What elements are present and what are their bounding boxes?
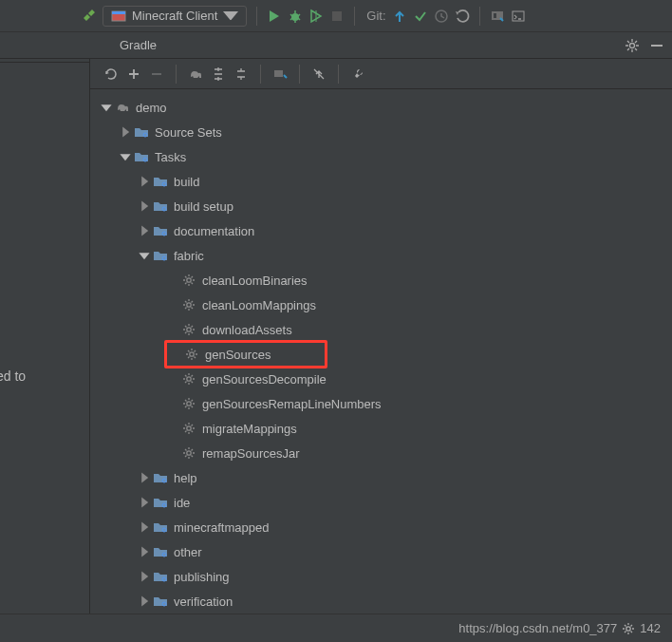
svg-rect-16 [651, 45, 663, 47]
task-label: downloadAssets [202, 323, 292, 337]
gear-icon [181, 396, 196, 411]
tree-node-ide[interactable]: ide [90, 490, 672, 515]
tree-node-documentation[interactable]: documentation [90, 218, 672, 243]
gear-icon[interactable] [625, 38, 640, 53]
elephant-icon[interactable] [188, 66, 203, 82]
toolbar-divider [299, 65, 300, 84]
folder-gear-icon [153, 470, 168, 485]
watermark-url-left: https://blog.csdn.net/m0_377 [458, 621, 617, 635]
expand-arrow-right-icon[interactable] [138, 520, 151, 534]
collapse-all-icon[interactable] [233, 66, 249, 82]
folder-gear-icon [153, 594, 168, 609]
run-config-label: Minecraft Client [132, 9, 217, 23]
svg-point-2 [291, 13, 299, 21]
expand-all-icon[interactable] [211, 66, 226, 82]
tree-node-verification[interactable]: verification [90, 589, 672, 614]
clipped-text: ed to [0, 368, 26, 384]
tree-label: publishing [174, 570, 230, 584]
folder-gear-icon [153, 248, 168, 263]
gradle-toolbar [90, 59, 672, 89]
expand-arrow-right-icon[interactable] [138, 471, 151, 484]
svg-rect-6 [494, 13, 496, 18]
task-label: remapSourcesJar [202, 446, 300, 461]
tree-label: documentation [174, 224, 254, 238]
task-cleanLoomMappings[interactable]: cleanLoomMappings [90, 293, 672, 317]
folder-gear-icon [153, 223, 168, 238]
gradle-panel-header: Gradle [0, 32, 672, 59]
expand-arrow-right-icon[interactable] [138, 224, 151, 237]
minimize-icon[interactable] [649, 38, 664, 53]
gradle-panel: demo Source Sets Tasks build build setup [90, 59, 672, 614]
tree-label: build [174, 175, 199, 189]
task-migrateMappings[interactable]: migrateMappings [90, 416, 672, 441]
expand-arrow-down-icon[interactable] [100, 101, 113, 114]
gear-icon [181, 445, 196, 461]
expand-arrow-down-icon[interactable] [138, 249, 151, 262]
svg-point-24 [187, 278, 191, 282]
refresh-icon[interactable] [103, 66, 119, 82]
tree-node-fabric[interactable]: fabric [90, 243, 672, 268]
expand-arrow-right-icon[interactable] [138, 199, 151, 213]
task-genSourcesDecompile[interactable]: genSourcesDecompile [90, 367, 672, 391]
gradle-tree[interactable]: demo Source Sets Tasks build build setup [90, 89, 672, 614]
tree-label: Source Sets [155, 125, 222, 140]
expand-arrow-right-icon[interactable] [138, 175, 151, 188]
task-remapSourcesJar[interactable]: remapSourcesJar [90, 441, 672, 465]
toolbar-divider [176, 65, 177, 84]
task-label: cleanLoomBinaries [202, 274, 308, 288]
add-icon[interactable] [126, 66, 141, 82]
tree-node-tasks[interactable]: Tasks [90, 144, 672, 169]
elephant-icon [115, 100, 130, 115]
terminal-icon[interactable] [511, 9, 526, 24]
folder-gear-icon [153, 519, 168, 535]
git-update-icon[interactable] [392, 9, 407, 24]
coverage-icon[interactable] [308, 9, 324, 24]
folder-gear-icon [153, 544, 168, 559]
tree-node-build[interactable]: build [90, 169, 672, 194]
folder-gear-icon [134, 124, 149, 140]
svg-point-25 [187, 303, 191, 307]
wrench-icon[interactable] [350, 66, 365, 82]
git-commit-icon[interactable] [413, 9, 428, 24]
folder-gear-icon [153, 569, 168, 584]
tree-node-source-sets[interactable]: Source Sets [90, 120, 672, 144]
svg-point-31 [187, 451, 191, 455]
tree-root[interactable]: demo [90, 95, 672, 120]
task-genSourcesRemapLineNumbers[interactable]: genSourcesRemapLineNumbers [90, 391, 672, 416]
tree-node-build-setup[interactable]: build setup [90, 194, 672, 218]
task-cleanLoomBinaries[interactable]: cleanLoomBinaries [90, 268, 672, 293]
task-downloadAssets[interactable]: downloadAssets [90, 317, 672, 342]
run-configuration-selector[interactable]: Minecraft Client [103, 6, 247, 27]
expand-arrow-down-icon[interactable] [119, 150, 132, 163]
expand-arrow-right-icon[interactable] [138, 496, 151, 509]
stop-icon [329, 9, 345, 24]
svg-rect-1 [112, 11, 125, 14]
debug-icon[interactable] [288, 9, 303, 24]
attach-icon[interactable] [272, 66, 288, 82]
remove-icon[interactable] [149, 66, 164, 82]
main-toolbar: Minecraft Client Git: [0, 0, 672, 32]
svg-point-38 [626, 626, 630, 630]
project-structure-icon[interactable] [490, 9, 505, 24]
run-icon[interactable] [267, 9, 282, 24]
gear-icon [184, 347, 199, 362]
tree-node-minecraftmapped[interactable]: minecraftmapped [90, 515, 672, 539]
offline-icon[interactable] [311, 66, 327, 82]
toolbar-divider [354, 7, 355, 26]
dropdown-arrow-icon [223, 9, 238, 24]
git-revert-icon[interactable] [455, 9, 470, 24]
tree-node-publishing[interactable]: publishing [90, 564, 672, 589]
tree-label: minecraftmapped [174, 520, 269, 535]
gear-icon [621, 621, 636, 636]
expand-arrow-right-icon[interactable] [138, 595, 151, 608]
task-genSources[interactable]: genSources [164, 340, 327, 368]
git-history-icon[interactable] [434, 9, 449, 24]
hammer-icon[interactable] [82, 9, 97, 24]
panel-title: Gradle [120, 38, 157, 52]
expand-arrow-right-icon[interactable] [138, 545, 151, 558]
tree-node-help[interactable]: help [90, 465, 672, 490]
tree-node-other[interactable]: other [90, 539, 672, 564]
watermark-footer: https://blog.csdn.net/m0_377 142 [0, 614, 672, 642]
expand-arrow-right-icon[interactable] [119, 125, 132, 139]
expand-arrow-right-icon[interactable] [138, 570, 151, 583]
